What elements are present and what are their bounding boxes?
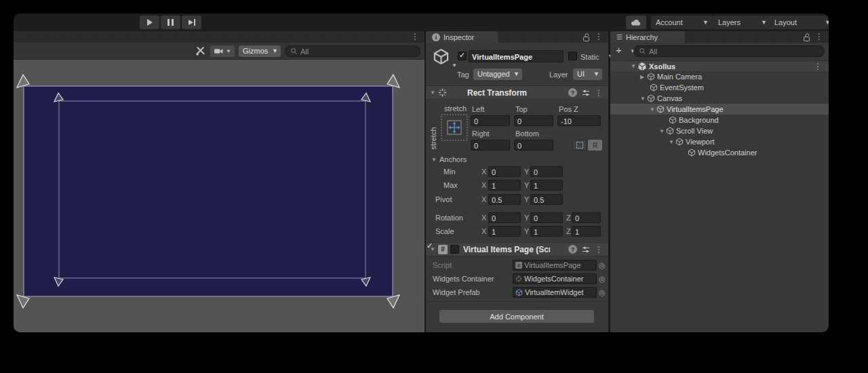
tree-row-label: Viewport (686, 138, 715, 146)
anchors-foldout-icon[interactable]: ▼ (431, 157, 438, 163)
scale-label: Scale (435, 227, 454, 235)
tab-hierarchy[interactable]: ☰ Hierarchy (610, 31, 685, 43)
script-component-header[interactable]: ▼ # Virtual Items Page (Script) ? ⋮ (426, 242, 608, 256)
component-menu-icon[interactable]: ⋮ (595, 89, 603, 97)
tree-row-virtualitemspage[interactable]: ▼ VirtualItemsPage (610, 104, 829, 115)
hierarchy-menu-icon[interactable]: ⋮ (815, 33, 823, 41)
tree-row-background[interactable]: Background (610, 115, 829, 125)
scale-x-field[interactable]: 1 (488, 226, 521, 237)
create-plus-icon[interactable]: + (616, 44, 622, 56)
min-x-field[interactable]: 0 (488, 166, 521, 177)
inspector-menu-icon[interactable]: ⋮ (595, 33, 603, 41)
pivot-y-field[interactable]: 0.5 (530, 194, 563, 205)
component-menu-icon[interactable]: ⋮ (595, 246, 603, 254)
active-checkbox[interactable] (458, 52, 467, 60)
scene-row-menu-icon[interactable]: ⋮ (814, 62, 822, 71)
object-picker-icon[interactable]: ◎ (599, 275, 606, 283)
left-field[interactable]: 0 (471, 115, 510, 126)
help-icon[interactable]: ? (568, 245, 577, 254)
layout-dropdown[interactable]: Layout▼ (770, 16, 829, 29)
tree-row-widgetscontainer[interactable]: WidgetsContainer (610, 147, 829, 158)
pivot-label: Pivot (435, 195, 452, 203)
help-icon[interactable]: ? (568, 88, 577, 97)
static-checkbox[interactable] (568, 52, 577, 60)
layers-dropdown[interactable]: Layers▼ (713, 16, 772, 29)
hierarchy-tabstrip: ☰ Hierarchy ⋮ (610, 31, 829, 43)
play-button[interactable] (140, 16, 159, 29)
scene-camera-dropdown[interactable]: ▼ (210, 45, 235, 57)
rotation-y-field[interactable]: 0 (530, 212, 563, 223)
tree-row-scroll-view[interactable]: ▼ Scroll View (610, 125, 829, 136)
max-y-field[interactable]: 1 (530, 180, 563, 191)
lock-icon[interactable] (583, 33, 591, 42)
object-picker-icon[interactable]: ◎ (599, 261, 606, 270)
gameobject-icon (656, 105, 665, 113)
canvas-rect (24, 86, 393, 296)
object-picker-icon[interactable]: ◎ (599, 288, 606, 297)
tree-row-canvas[interactable]: ▼ Canvas (610, 93, 829, 104)
widget-prefab-label: Widget Prefab (433, 288, 480, 296)
top-field[interactable]: 0 (514, 115, 553, 126)
layer-dropdown[interactable]: UI▼ (573, 68, 602, 80)
rect-transform-header[interactable]: ▼ Rect Transform ? ⋮ (426, 85, 608, 100)
widget-prefab-field[interactable]: VirtualItemWidget (513, 287, 597, 298)
account-dropdown[interactable]: Account▼ (651, 16, 713, 29)
pause-button[interactable] (161, 16, 180, 29)
scale-y-axis: Y (524, 227, 529, 235)
blueprint-mode-button[interactable] (572, 140, 587, 151)
scene-viewport[interactable] (14, 60, 425, 332)
tree-row-viewport[interactable]: ▼ Viewport (610, 136, 829, 147)
scale-y-field[interactable]: 1 (530, 226, 563, 237)
scene-search-value: All (300, 47, 309, 56)
tools-icon[interactable] (195, 46, 205, 56)
rotation-x-field[interactable]: 0 (488, 212, 521, 223)
chevron-down-icon: ▼ (761, 19, 767, 26)
anchor-preset-widget[interactable] (441, 114, 468, 141)
min-y-field[interactable]: 0 (530, 166, 563, 177)
stretch-horizontal-label: stretch (444, 104, 467, 113)
chevron-down-icon[interactable]: ▼ (452, 62, 457, 68)
step-button[interactable] (182, 16, 201, 29)
widgets-container-field[interactable]: WidgetsContainer (513, 273, 597, 284)
min-label: Min (443, 168, 456, 176)
foldout-icon[interactable]: ▼ (650, 106, 656, 113)
tree-row-eventsystem[interactable]: EventSystem (610, 82, 829, 93)
hierarchy-search-input[interactable]: All (633, 45, 825, 57)
rotation-z-field[interactable]: 0 (572, 212, 601, 223)
max-y-axis: Y (524, 181, 529, 189)
foldout-icon[interactable]: ▼ (430, 90, 437, 96)
foldout-collapsed-icon[interactable]: ▶ (640, 74, 647, 80)
scene-menu-icon[interactable]: ⋮ (411, 33, 419, 41)
presets-icon[interactable] (582, 246, 590, 254)
lock-icon[interactable] (803, 33, 811, 42)
script-object-field[interactable]: # VirtualItemsPage (513, 260, 597, 271)
gizmos-dropdown[interactable]: Gizmos▼ (239, 45, 281, 57)
foldout-icon[interactable]: ▼ (669, 139, 675, 145)
raw-edit-mode-button[interactable]: R (588, 140, 602, 151)
tree-row-main-camera[interactable]: ▶ Main Camera (610, 71, 829, 82)
foldout-icon[interactable]: ▼ (659, 128, 666, 134)
tab-inspector[interactable]: i Inspector (426, 31, 498, 43)
posz-field[interactable]: -10 (557, 115, 601, 126)
component-enabled-checkbox[interactable] (450, 245, 459, 254)
presets-icon[interactable] (582, 89, 590, 97)
gameobject-icon (675, 138, 684, 146)
cloud-button[interactable] (626, 16, 646, 29)
bottom-field[interactable]: 0 (514, 140, 553, 151)
inspector-tab-label: Inspector (443, 33, 474, 41)
chevron-down-icon: ▼ (272, 45, 278, 57)
min-x-axis: X (481, 168, 486, 176)
foldout-icon[interactable]: ▼ (640, 96, 647, 102)
scene-row[interactable]: ▼ Xsollus ⋮ (610, 60, 829, 71)
max-x-field[interactable]: 1 (488, 180, 521, 191)
pivot-x-field[interactable]: 0.5 (488, 194, 521, 205)
gameobject-name-field[interactable]: VirtualItemsPage (469, 50, 564, 62)
scene-search-input[interactable]: All (285, 45, 420, 57)
add-component-button[interactable]: Add Component (439, 310, 594, 323)
tag-dropdown[interactable]: Untagged▼ (473, 68, 522, 80)
stretch-vertical-label: stretch (429, 127, 437, 149)
scale-z-field[interactable]: 1 (572, 226, 601, 237)
right-field[interactable]: 0 (471, 140, 510, 151)
layout-label: Layout (774, 18, 797, 26)
foldout-icon[interactable]: ▼ (631, 63, 637, 69)
